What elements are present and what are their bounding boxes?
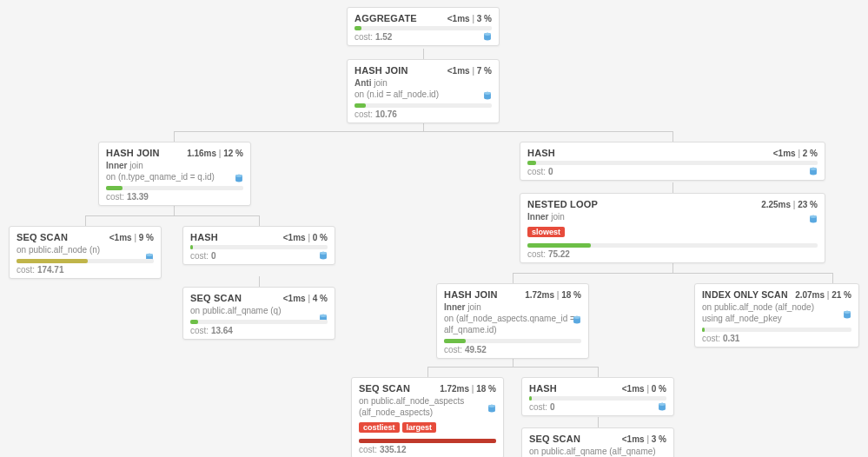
node-detail: on public.alf_node (n) bbox=[17, 244, 154, 255]
node-hash-3[interactable]: HASH <1ms | 0 % cost: 0 bbox=[521, 377, 674, 416]
progress-bar bbox=[106, 186, 243, 190]
cost-label: cost: 0 bbox=[529, 402, 666, 412]
node-hash-1[interactable]: HASH <1ms | 0 % cost: 0 bbox=[182, 226, 335, 265]
node-detail: on public.alf_qname (q) bbox=[190, 305, 328, 316]
node-seq-scan-alf-qname[interactable]: SEQ SCAN <1ms | 4 % on public.alf_qname … bbox=[182, 287, 335, 340]
node-hash-join-inner[interactable]: HASH JOIN 1.16ms | 12 % Inner joinon (n.… bbox=[98, 142, 251, 206]
node-title: HASH JOIN bbox=[354, 65, 408, 76]
progress-bar bbox=[190, 320, 328, 324]
node-title: HASH bbox=[527, 148, 555, 158]
database-icon bbox=[809, 215, 818, 226]
database-icon bbox=[319, 251, 328, 262]
svg-point-1 bbox=[484, 33, 491, 36]
database-icon bbox=[235, 174, 243, 185]
node-title: HASH JOIN bbox=[106, 148, 160, 158]
node-nested-loop[interactable]: NESTED LOOP 2.25ms | 23 % Inner join slo… bbox=[520, 193, 825, 263]
cost-label: cost: 1.52 bbox=[354, 32, 492, 42]
cost-label: cost: 13.39 bbox=[106, 192, 243, 202]
node-stats: <1ms | 7 % bbox=[447, 66, 492, 76]
database-icon bbox=[483, 91, 492, 103]
node-seq-scan-aspects[interactable]: SEQ SCAN 1.72ms | 18 % on public.alf_nod… bbox=[351, 377, 504, 457]
node-stats: <1ms | 2 % bbox=[773, 149, 818, 158]
node-detail: on public.alf_node_aspects (alf_node_asp… bbox=[359, 395, 496, 418]
progress-bar bbox=[527, 161, 818, 165]
cost-label: cost: 49.52 bbox=[444, 345, 581, 354]
node-stats: <1ms | 9 % bbox=[109, 233, 154, 242]
node-detail: Inner joinon (alf_node_aspects.qname_id … bbox=[444, 301, 581, 335]
svg-point-19 bbox=[844, 311, 851, 314]
cost-label: cost: 335.12 bbox=[359, 445, 496, 454]
node-title: INDEX ONLY SCAN bbox=[702, 289, 788, 300]
cost-label: cost: 174.71 bbox=[17, 265, 154, 275]
node-title: SEQ SCAN bbox=[529, 434, 580, 444]
cost-label: cost: 13.64 bbox=[190, 326, 328, 335]
database-icon bbox=[573, 315, 581, 327]
progress-bar bbox=[190, 245, 328, 249]
node-title: HASH bbox=[529, 383, 557, 394]
node-stats: 2.25ms | 23 % bbox=[761, 200, 818, 209]
node-aggregate[interactable]: AGGREGATE <1ms | 3 % cost: 1.52 bbox=[347, 7, 500, 46]
svg-point-5 bbox=[235, 175, 242, 177]
cost-label: cost: 75.22 bbox=[527, 249, 818, 259]
node-stats: 1.72ms | 18 % bbox=[525, 290, 581, 300]
progress-bar bbox=[354, 103, 492, 108]
progress-bar bbox=[702, 328, 851, 332]
badge-largest: largest bbox=[402, 422, 437, 433]
cost-label: cost: 0 bbox=[190, 251, 328, 261]
svg-point-3 bbox=[484, 92, 491, 95]
database-icon bbox=[809, 167, 818, 178]
svg-point-11 bbox=[320, 315, 327, 317]
node-stats: <1ms | 3 % bbox=[622, 434, 666, 444]
badge-costliest: costliest bbox=[359, 422, 400, 433]
progress-bar bbox=[527, 243, 818, 248]
node-detail: on public.alf_node (alf_node)using alf_n… bbox=[702, 301, 851, 324]
node-title: SEQ SCAN bbox=[17, 232, 68, 242]
node-seq-scan-alf-node[interactable]: SEQ SCAN <1ms | 9 % on public.alf_node (… bbox=[9, 226, 162, 279]
node-stats: 2.07ms | 21 % bbox=[795, 290, 851, 300]
node-title: NESTED LOOP bbox=[527, 199, 598, 209]
progress-bar bbox=[529, 396, 666, 401]
node-stats: <1ms | 0 % bbox=[283, 233, 328, 242]
cost-label: cost: 0 bbox=[527, 167, 818, 176]
database-icon bbox=[483, 32, 492, 43]
node-stats: <1ms | 4 % bbox=[283, 294, 328, 303]
database-icon bbox=[658, 402, 666, 414]
svg-point-17 bbox=[573, 316, 580, 319]
progress-bar bbox=[359, 439, 496, 443]
svg-point-13 bbox=[810, 168, 817, 170]
database-icon bbox=[487, 404, 496, 415]
node-detail: on public.alf_qname (alf_qname) bbox=[529, 446, 666, 457]
node-title: HASH bbox=[190, 232, 218, 242]
svg-point-9 bbox=[320, 252, 327, 255]
node-title: SEQ SCAN bbox=[190, 293, 242, 303]
node-stats: 1.16ms | 12 % bbox=[187, 149, 243, 158]
node-detail: Inner joinon (n.type_qname_id = q.id) bbox=[106, 160, 243, 182]
cost-label: cost: 10.76 bbox=[354, 109, 492, 119]
node-title: AGGREGATE bbox=[354, 13, 417, 23]
database-icon bbox=[843, 310, 851, 321]
progress-bar bbox=[17, 259, 154, 263]
node-seq-scan-alf-qname-2[interactable]: SEQ SCAN <1ms | 3 % on public.alf_qname … bbox=[521, 427, 674, 457]
node-stats: <1ms | 3 % bbox=[447, 14, 492, 23]
node-hash-join-aspects[interactable]: HASH JOIN 1.72ms | 18 % Inner joinon (al… bbox=[436, 283, 589, 359]
node-hash-2[interactable]: HASH <1ms | 2 % cost: 0 bbox=[520, 142, 825, 181]
cost-label: cost: 0.31 bbox=[702, 334, 851, 343]
svg-point-15 bbox=[810, 215, 817, 218]
node-stats: <1ms | 0 % bbox=[622, 384, 666, 394]
progress-bar bbox=[444, 339, 581, 343]
node-title: HASH JOIN bbox=[444, 289, 498, 300]
node-title: SEQ SCAN bbox=[359, 383, 410, 394]
progress-bar bbox=[354, 26, 492, 30]
node-index-only-scan[interactable]: INDEX ONLY SCAN 2.07ms | 21 % on public.… bbox=[694, 283, 859, 348]
svg-point-7 bbox=[146, 254, 153, 256]
node-stats: 1.72ms | 18 % bbox=[440, 384, 496, 394]
svg-point-21 bbox=[488, 405, 495, 407]
node-detail: Inner join bbox=[527, 211, 818, 222]
svg-point-23 bbox=[659, 403, 666, 406]
badge-slowest: slowest bbox=[527, 227, 565, 237]
node-detail: Anti joinon (n.id = alf_node.id) bbox=[354, 77, 492, 100]
node-hash-join-anti[interactable]: HASH JOIN <1ms | 7 % Anti joinon (n.id =… bbox=[347, 59, 500, 123]
